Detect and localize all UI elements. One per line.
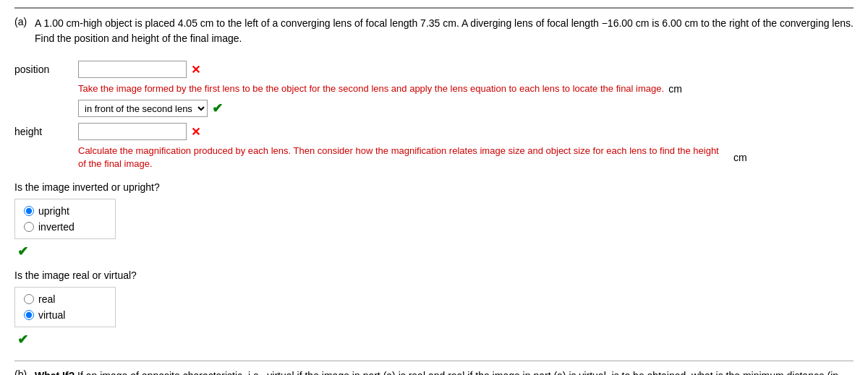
- inverted-label: inverted: [38, 221, 75, 233]
- part-b-section: (b) What If? If an image of opposite cha…: [14, 368, 854, 375]
- position-hint-text: Take the image formed by the first lens …: [78, 82, 664, 95]
- position-hint-unit: cm: [668, 83, 682, 95]
- position-dropdown-row: in front of the second lens behind the s…: [78, 100, 682, 117]
- real-radio-row: real: [24, 293, 106, 305]
- upright-label: upright: [38, 205, 69, 217]
- real-virtual-check-row: ✔: [14, 332, 854, 348]
- height-input-row: ✕: [78, 123, 747, 140]
- virtual-radio[interactable]: [24, 310, 34, 320]
- upright-radio-row: upright: [24, 205, 106, 217]
- part-b-bold: What If?: [35, 370, 75, 375]
- part-b-label: (b): [14, 368, 29, 375]
- inverted-check-row: ✔: [14, 243, 854, 259]
- position-input[interactable]: [78, 61, 187, 78]
- height-hint-unit: cm: [733, 152, 747, 163]
- position-dropdown[interactable]: in front of the second lens behind the s…: [78, 100, 208, 117]
- height-hint-text: Calculate the magnification produced by …: [78, 145, 729, 171]
- height-input[interactable]: [78, 123, 187, 140]
- real-virtual-question: Is the image real or virtual?: [14, 270, 854, 281]
- height-field-row: height ✕ Calculate the magnification pro…: [14, 123, 854, 171]
- position-field-row: position ✕ Take the image formed by the …: [14, 61, 854, 117]
- part-b-problem-text: If an image of opposite characteristic, …: [35, 370, 838, 375]
- inverted-question: Is the image inverted or upright?: [14, 181, 854, 193]
- position-check-icon: ✔: [212, 100, 223, 116]
- height-error-icon: ✕: [191, 125, 200, 139]
- real-virtual-check-icon: ✔: [17, 332, 28, 348]
- part-b-problem: What If? If an image of opposite charact…: [35, 368, 854, 375]
- real-virtual-question-text: Is the image real or virtual?: [14, 270, 137, 281]
- position-input-row: ✕: [78, 61, 682, 78]
- inverted-check-icon: ✔: [17, 243, 28, 259]
- part-a-problem: A 1.00 cm-high object is placed 4.05 cm …: [35, 16, 854, 46]
- section-divider: [14, 361, 854, 361]
- real-virtual-radio-group: real virtual ✔: [14, 287, 854, 348]
- inverted-radio[interactable]: [24, 222, 34, 232]
- height-hint-row: Calculate the magnification produced by …: [78, 145, 747, 171]
- part-b-header: (b) What If? If an image of opposite cha…: [14, 368, 854, 375]
- height-input-area: ✕ Calculate the magnification produced b…: [78, 123, 747, 171]
- upright-radio[interactable]: [24, 206, 34, 216]
- position-hint-row: Take the image formed by the first lens …: [78, 82, 682, 95]
- real-radio[interactable]: [24, 294, 34, 304]
- real-virtual-options-box: real virtual: [14, 287, 116, 327]
- virtual-radio-row: virtual: [24, 309, 106, 321]
- position-error-icon: ✕: [191, 63, 200, 77]
- inverted-options-box: upright inverted: [14, 199, 116, 239]
- part-a-section: (a) A 1.00 cm-high object is placed 4.05…: [14, 16, 854, 348]
- position-label: position: [14, 61, 72, 75]
- inverted-radio-group: upright inverted ✔: [14, 199, 854, 259]
- virtual-label: virtual: [38, 309, 65, 321]
- inverted-radio-row-opt: inverted: [24, 221, 106, 233]
- real-label: real: [38, 293, 55, 305]
- position-input-area: ✕ Take the image formed by the first len…: [78, 61, 682, 117]
- inverted-question-text: Is the image inverted or upright?: [14, 181, 160, 193]
- part-a-label: (a): [14, 16, 29, 55]
- height-label: height: [14, 123, 72, 137]
